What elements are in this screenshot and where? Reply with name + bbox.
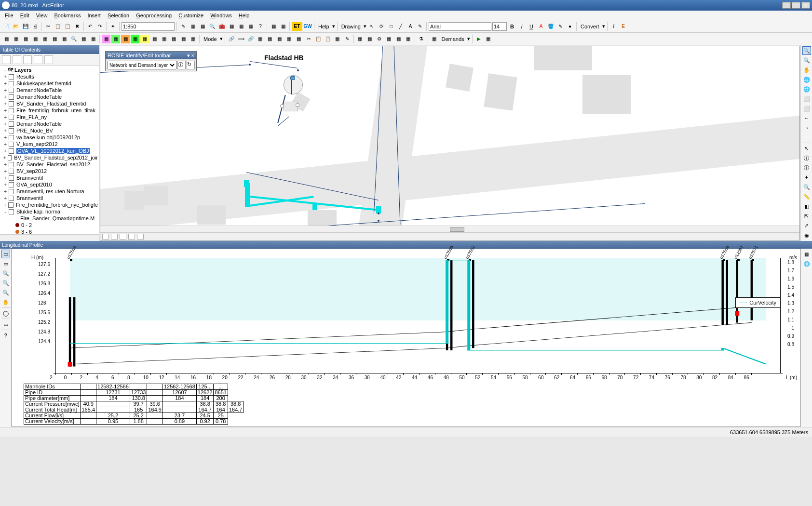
menu-windows[interactable]: Windows (207, 12, 235, 19)
profile-globe-icon[interactable]: 🌐 (802, 259, 811, 268)
nav-tool-icon[interactable] (802, 133, 811, 142)
font-combo[interactable] (429, 22, 491, 31)
link-button[interactable]: ⟹ (237, 35, 245, 43)
drawing-dropdown[interactable]: Drawing (339, 24, 363, 29)
underline-button[interactable]: U (527, 22, 536, 31)
save-button[interactable]: 💾 (21, 22, 30, 31)
profile-tool-icon[interactable]: 🔍 (1, 269, 10, 278)
toc-layer[interactable]: + Slukkekapasitet fremtid (1, 80, 98, 87)
layer-button[interactable]: ▦ (121, 35, 130, 43)
profile-tool-icon[interactable]: ▭ (1, 250, 10, 258)
et-button[interactable]: ET (292, 22, 302, 31)
rosie-close[interactable]: ▾ × (187, 53, 194, 59)
add-data-button[interactable]: ✦ (108, 22, 117, 31)
tool-button[interactable]: ▦ (269, 22, 278, 31)
font-color-button[interactable]: A (537, 22, 545, 31)
toc-sublayer[interactable]: Fire_Sander_Qmaxdøgntime.M (1, 215, 98, 222)
layout-view-button[interactable] (111, 234, 118, 240)
merge-button[interactable]: ▦ (266, 35, 274, 43)
toc-layer[interactable]: + Fire_fremtidig_forbruk_uten_tiltak (1, 107, 98, 114)
editor-button[interactable]: ▦ (60, 35, 68, 43)
editor-button[interactable]: 🔍 (69, 35, 78, 43)
layer-button[interactable]: ▦ (179, 35, 188, 43)
toc-layer[interactable]: + V_kum_sept2012 (1, 141, 98, 147)
copy-button[interactable]: 📋 (54, 22, 62, 31)
search-button[interactable]: 🔍 (208, 22, 217, 31)
toc-options[interactable] (44, 55, 53, 64)
bold-button[interactable]: B (508, 22, 516, 31)
toc-layer[interactable]: + GVA_VL_10092012_kun_OBJ (1, 147, 98, 154)
text-button[interactable]: A (406, 22, 415, 31)
pencil-button[interactable]: ✎ (343, 35, 352, 43)
toc-layer[interactable]: + PRE_Node_BV (1, 127, 98, 134)
convert-dropdown[interactable]: Convert (579, 24, 601, 29)
delete-button[interactable]: ✖ (73, 22, 81, 31)
toc-layer[interactable]: + Brannventil (1, 195, 98, 201)
menu-view[interactable]: View (33, 12, 51, 19)
menu-geoprocessing[interactable]: Geoprocessing (133, 12, 175, 19)
stop-button[interactable]: ▦ (484, 35, 493, 43)
map-view[interactable]: Fladstad HB ROSIE Identify/Edit toolbar▾… (100, 46, 800, 240)
italic-e-button[interactable]: E (619, 22, 628, 31)
menu-file[interactable]: File (2, 12, 16, 19)
tool-button[interactable]: ▦ (275, 35, 284, 43)
toc-layer[interactable]: + Results (1, 73, 98, 80)
sketch-button[interactable]: ▦ (365, 35, 374, 43)
link-button[interactable]: 🔗 (246, 35, 255, 43)
toc-list-by-drawing[interactable] (2, 55, 11, 64)
beaker-button[interactable]: ⚗ (417, 35, 426, 43)
toc-layer[interactable]: + BV_Sander_Fladstad_sep2012_joir (1, 154, 98, 161)
nav-tool-icon[interactable]: 🔍 (802, 56, 811, 65)
toc-list-by-visibility[interactable] (23, 55, 32, 64)
print-button[interactable]: 🖨 (31, 22, 40, 31)
arctoolbox-button[interactable]: 🧰 (217, 22, 226, 31)
sketch-button[interactable]: ⚙ (375, 35, 384, 43)
rotate-button[interactable]: ⟳ (377, 22, 386, 31)
nav-tool-icon[interactable]: ↖ (802, 144, 811, 153)
layer-button[interactable]: ▦ (160, 35, 168, 43)
nav-tool-icon[interactable]: ⬜ (802, 94, 811, 103)
toc-root[interactable]: −🗺 Layers (1, 67, 98, 73)
python-button[interactable]: ▦ (227, 22, 236, 31)
marker-button[interactable]: ● (566, 22, 574, 31)
layer-button[interactable]: ▦ (131, 35, 139, 43)
toc-layer[interactable]: + BV_Sander_Fladstad_fremtid (1, 100, 98, 107)
catalog-button[interactable]: ▦ (198, 22, 207, 31)
toc-layer[interactable]: + Brannventil, res uten Nortura (1, 188, 98, 195)
split-button[interactable]: ▦ (256, 35, 265, 43)
sketch-button[interactable]: ▦ (385, 35, 393, 43)
profile-chart[interactable]: 127.6127.2126.8126.4126125.6125.2124.812… (12, 249, 800, 427)
toc-layer[interactable]: + DemandNodeTable (1, 120, 98, 127)
editor-button[interactable]: ▦ (21, 35, 30, 43)
layer-button[interactable]: ▦ (150, 35, 159, 43)
profile-tool-icon[interactable]: ▦ (802, 250, 811, 258)
nav-tool-icon[interactable]: ◉ (802, 231, 811, 240)
edit-button[interactable]: ✎ (416, 22, 424, 31)
nav-tool-icon[interactable]: ✋ (802, 66, 811, 74)
nav-tool-icon[interactable]: ⬜ (802, 104, 811, 113)
tool-button[interactable]: ▦ (333, 35, 342, 43)
tool-button[interactable]: ▦ (295, 35, 303, 43)
tool-button[interactable]: ▦ (279, 22, 287, 31)
toc-button[interactable]: ▦ (189, 22, 197, 31)
menu-edit[interactable]: Edit (17, 12, 32, 19)
menu-bookmarks[interactable]: Bookmarks (51, 12, 83, 19)
italic-i-button[interactable]: I (609, 22, 618, 31)
paste-button[interactable]: 📋 (63, 22, 72, 31)
profile-tool-icon[interactable]: 🔍 (1, 288, 10, 297)
profile-tool-icon[interactable]: ▭ (1, 320, 10, 329)
profile-tool-icon[interactable]: ✋ (1, 298, 10, 306)
menu-insert[interactable]: Insert (84, 12, 104, 19)
toc-layer[interactable]: + GVA_sept2010 (1, 181, 98, 188)
menu-customize[interactable]: Customize (176, 12, 206, 19)
nav-tool-icon[interactable]: 🔍 (802, 46, 811, 55)
font-size-combo[interactable] (492, 22, 507, 31)
whatsthis-button[interactable]: ? (256, 22, 265, 31)
editor-button[interactable]: ▦ (79, 35, 88, 43)
run-button[interactable]: ▶ (474, 35, 483, 43)
data-view-button[interactable] (102, 234, 109, 240)
demands-dropdown[interactable]: Demands (440, 36, 466, 42)
tool-button[interactable]: ▦ (285, 35, 294, 43)
sketch-button[interactable]: ▦ (404, 35, 413, 43)
profile-tool-icon[interactable]: 🔍 (1, 279, 10, 287)
